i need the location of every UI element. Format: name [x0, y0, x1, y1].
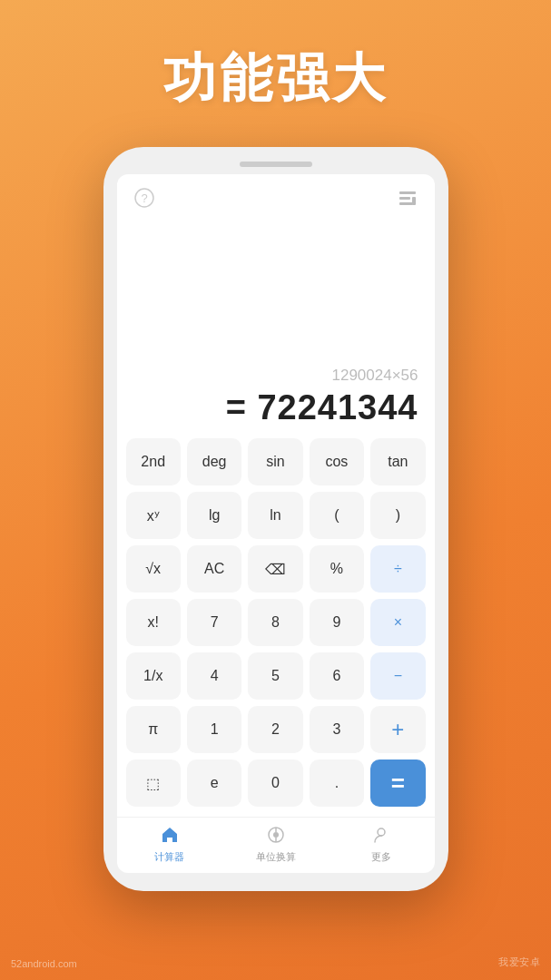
key-6[interactable]: 6 [310, 652, 364, 700]
expression: 1290024×56 [331, 367, 418, 385]
nav-item-2[interactable]: 更多 [329, 823, 435, 866]
nav-icon-0 [160, 825, 180, 848]
key-_[interactable]: ÷ [370, 545, 425, 593]
key-2nd[interactable]: 2nd [126, 438, 181, 485]
key-sin[interactable]: sin [248, 438, 302, 485]
key-0[interactable]: 0 [248, 760, 302, 807]
key-ln[interactable]: ln [248, 492, 302, 539]
nav-item-0[interactable]: 计算器 [117, 823, 223, 866]
nav-label-0: 计算器 [154, 850, 184, 864]
key-row-3: x!789× [126, 599, 426, 646]
key-e[interactable]: e [187, 760, 241, 807]
key-deg[interactable]: deg [187, 438, 241, 485]
screen-header: ? [117, 174, 435, 216]
nav-icon-2 [371, 825, 391, 848]
key-_[interactable]: = [370, 760, 425, 807]
phone-screen: ? 1290024×56 = 72241344 2nddegsincostanx… [117, 174, 435, 873]
key-_x[interactable]: √x [126, 545, 181, 593]
result: = 72241344 [226, 388, 418, 427]
svg-text:?: ? [141, 191, 147, 205]
key-8[interactable]: 8 [248, 599, 302, 646]
key-tan[interactable]: tan [370, 438, 425, 485]
key-_[interactable]: ( [310, 492, 364, 539]
key-_[interactable]: × [370, 599, 425, 646]
display-area: 1290024×56 = 72241344 [117, 216, 435, 438]
svg-rect-5 [412, 197, 416, 205]
svg-rect-4 [399, 202, 413, 205]
key-_[interactable]: ) [370, 492, 425, 539]
key-7[interactable]: 7 [187, 599, 241, 646]
nav-label-1: 单位换算 [256, 850, 296, 864]
key-1_x[interactable]: 1/x [126, 652, 181, 700]
history-icon[interactable] [395, 185, 420, 211]
key-AC[interactable]: AC [187, 545, 241, 593]
key-lg[interactable]: lg [187, 492, 241, 539]
headline: 功能强大 [163, 44, 389, 114]
nav-icon-1 [266, 825, 286, 848]
key-row-1: xʸlgln() [126, 492, 426, 539]
key-_[interactable]: . [310, 760, 364, 807]
key-row-0: 2nddegsincostan [126, 438, 426, 485]
svg-point-10 [378, 828, 385, 836]
key-1[interactable]: 1 [187, 706, 241, 753]
watermark: 我爱安卓 [498, 956, 540, 969]
key-x_[interactable]: xʸ [126, 492, 181, 539]
nav-item-1[interactable]: 单位换算 [222, 823, 329, 866]
svg-rect-3 [399, 197, 410, 200]
phone-notch [240, 162, 312, 167]
phone-device: ? 1290024×56 = 72241344 2nddegsincostanx… [103, 147, 448, 891]
key-4[interactable]: 4 [187, 652, 241, 700]
key-2[interactable]: 2 [248, 706, 302, 753]
key-_[interactable]: % [310, 545, 364, 593]
key-row-5: π123+ [126, 706, 426, 753]
help-icon[interactable]: ? [132, 185, 157, 211]
svg-rect-2 [399, 191, 416, 194]
key-9[interactable]: 9 [310, 599, 364, 646]
key-5[interactable]: 5 [248, 652, 302, 700]
key-_[interactable]: − [370, 652, 425, 700]
key-_[interactable]: ⌫ [248, 545, 302, 593]
watermark2: 52android.com [11, 958, 77, 969]
key-_[interactable]: ⬚ [126, 760, 181, 807]
svg-point-7 [273, 832, 279, 838]
bottom-nav: 计算器单位换算更多 [117, 817, 435, 873]
key-_[interactable]: + [370, 706, 425, 753]
key-row-6: ⬚e0.= [126, 760, 426, 807]
key-_[interactable]: π [126, 706, 181, 753]
key-row-4: 1/x456− [126, 652, 426, 700]
keypad: 2nddegsincostanxʸlgln()√xAC⌫%÷x!789×1/x4… [117, 438, 435, 817]
nav-label-2: 更多 [371, 850, 391, 864]
key-x_[interactable]: x! [126, 599, 181, 646]
key-cos[interactable]: cos [310, 438, 364, 485]
key-row-2: √xAC⌫%÷ [126, 545, 426, 593]
key-3[interactable]: 3 [310, 706, 364, 753]
